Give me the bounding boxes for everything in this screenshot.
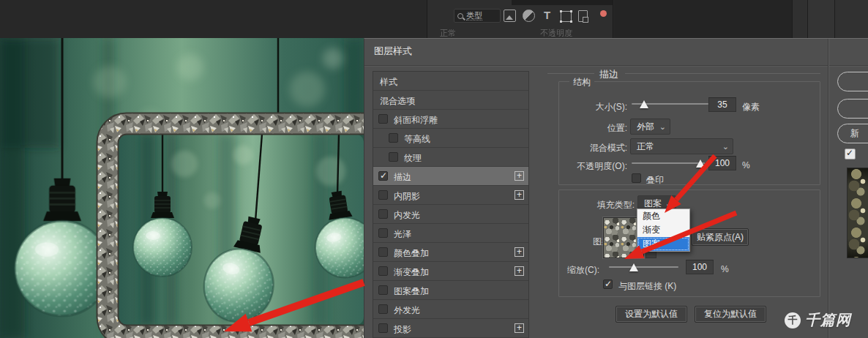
style-item-checkbox[interactable] [378, 266, 388, 276]
style-list-item-13[interactable]: 投影+ [373, 319, 528, 338]
add-instance-icon[interactable]: + [515, 247, 524, 257]
style-item-label: 图案叠加 [394, 285, 429, 298]
chevron-down-icon: ⌄ [722, 139, 729, 154]
dialog-title-separator [364, 65, 868, 66]
style-item-checkbox[interactable] [378, 285, 388, 295]
smartobject-filter-icon[interactable] [578, 10, 588, 22]
position-dropdown[interactable]: 外部 ⌄ [630, 119, 670, 135]
style-list-item-11[interactable]: 图案叠加 [373, 281, 528, 300]
add-instance-icon[interactable]: + [515, 171, 524, 181]
style-item-checkbox[interactable] [378, 323, 388, 333]
set-default-button[interactable]: 设置为默认值 [616, 306, 687, 323]
style-item-checkbox[interactable] [378, 171, 388, 181]
style-item-label: 描边 [394, 171, 411, 184]
blend-mode-label: 混合模式: [559, 142, 627, 154]
cancel-button[interactable] [837, 99, 868, 119]
style-list-item-4[interactable]: 纹理 [373, 148, 528, 167]
fill-type-value: 图案 [644, 198, 662, 209]
preview-checkbox[interactable] [845, 149, 856, 159]
style-item-label: 投影 [394, 323, 411, 336]
style-list-item-2[interactable]: 斜面和浮雕 [373, 110, 528, 129]
style-item-label: 光泽 [394, 228, 411, 241]
document-canvas[interactable] [0, 38, 364, 338]
style-preview-thumbnail [847, 168, 868, 258]
style-item-label: 样式 [380, 76, 397, 89]
link-with-layer-label: 与图层链接 (K) [618, 280, 676, 293]
layer-filter-icons [504, 10, 588, 22]
shape-filter-icon[interactable] [561, 11, 572, 22]
panel-area [808, 0, 834, 38]
style-list-item-5[interactable]: 描边+ [373, 167, 528, 186]
style-item-checkbox[interactable] [378, 209, 388, 219]
style-item-label: 斜面和浮雕 [394, 114, 438, 127]
size-slider-thumb[interactable] [640, 100, 648, 108]
add-instance-icon[interactable]: + [515, 266, 524, 276]
position-value: 外部 [637, 121, 654, 132]
fill-type-label: 填充类型: [559, 199, 635, 211]
style-item-label: 外发光 [394, 304, 420, 317]
record-dot-icon[interactable] [600, 10, 607, 17]
style-list-item-10[interactable]: 渐变叠加+ [373, 262, 528, 281]
style-list-item-1[interactable]: 混合选项 [373, 91, 528, 110]
fill-group: 填充类型: 图案 ⌄ 图案: ▾ 颜色渐变图案 贴紧原点(A) 缩放(C): %… [558, 189, 820, 297]
style-item-checkbox[interactable] [378, 304, 388, 314]
panel-area [835, 0, 868, 38]
style-item-checkbox[interactable] [389, 152, 398, 162]
layer-filter-kind-label[interactable]: 类型 [466, 12, 482, 20]
ok-button[interactable] [837, 72, 868, 91]
structure-group: 结构 大小(S): 像素 位置: 外部 ⌄ 混合模式: 正常 ⌄ 不透明度(O)… [558, 81, 820, 185]
layers-blend-row: 正常 不透明度 [427, 26, 613, 38]
style-list-item-6[interactable]: 内阴影+ [373, 186, 528, 205]
scale-label: 缩放(C): [567, 264, 599, 277]
fill-type-option-1[interactable]: 渐变 [637, 223, 689, 237]
snap-to-origin-button[interactable]: 贴紧原点(A) [692, 228, 749, 246]
adjustment-filter-icon[interactable] [523, 10, 535, 22]
style-item-checkbox[interactable] [378, 190, 388, 200]
opacity-slider[interactable] [632, 158, 705, 168]
style-list-item-7[interactable]: 内发光 [373, 205, 528, 224]
opacity-unit: % [742, 160, 750, 170]
layer-filter-search[interactable]: 类型 [454, 9, 501, 23]
layer-style-dialog: 图层样式 样式混合选项斜面和浮雕等高线纹理描边+内阴影+内发光光泽颜色叠加+渐变… [364, 38, 868, 338]
style-list-item-9[interactable]: 颜色叠加+ [373, 243, 528, 262]
opacity-slider-thumb[interactable] [696, 159, 705, 168]
dialog-title[interactable]: 图层样式 [374, 45, 412, 58]
pixel-filter-icon[interactable] [504, 10, 516, 22]
scale-slider-track [609, 266, 678, 268]
size-unit: 像素 [742, 101, 760, 113]
watermark-icon: 千 [785, 312, 801, 328]
blend-mode-dropdown[interactable]: 正常 ⌄ [630, 138, 733, 154]
heading-rule [625, 73, 820, 74]
add-instance-icon[interactable]: + [515, 190, 524, 200]
style-item-checkbox[interactable] [389, 133, 398, 143]
size-label: 大小(S): [559, 101, 627, 113]
add-instance-icon[interactable]: + [515, 323, 524, 333]
fill-type-option-2[interactable]: 图案 [637, 237, 689, 251]
style-item-checkbox[interactable] [378, 228, 388, 238]
size-value-input[interactable] [708, 97, 736, 112]
opacity-slider-track [632, 162, 705, 164]
link-with-layer-checkbox[interactable] [603, 279, 613, 289]
new-style-button-label: 新 [850, 128, 859, 138]
opacity-value-input[interactable] [708, 156, 736, 170]
scale-value-input[interactable] [686, 260, 714, 274]
overprint-checkbox[interactable] [632, 173, 641, 183]
style-list-item-3[interactable]: 等高线 [373, 129, 528, 148]
style-list-item-0[interactable]: 样式 [373, 72, 528, 91]
blend-mode-partial-label: 正常 [440, 28, 456, 38]
reset-default-button[interactable]: 复位为默认值 [695, 306, 766, 323]
fill-type-option-0[interactable]: 颜色 [637, 209, 689, 223]
style-list-item-8[interactable]: 光泽 [373, 224, 528, 243]
scale-slider-thumb[interactable] [629, 263, 638, 271]
stroke-section-heading: 描边 [599, 68, 618, 81]
type-filter-icon[interactable] [542, 10, 554, 22]
structure-group-label: 结构 [569, 76, 594, 89]
scale-slider[interactable] [609, 262, 678, 272]
style-item-checkbox[interactable] [378, 114, 388, 124]
size-slider[interactable] [632, 99, 708, 109]
style-item-checkbox[interactable] [378, 247, 388, 257]
new-style-button[interactable]: 新 [837, 124, 868, 143]
heading-rule [547, 73, 594, 74]
style-item-label: 内发光 [394, 209, 420, 222]
style-list-item-12[interactable]: 外发光 [373, 300, 528, 319]
